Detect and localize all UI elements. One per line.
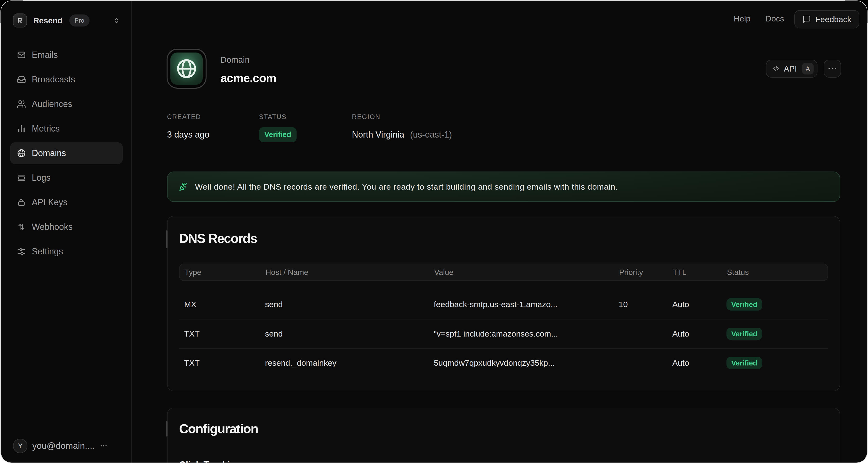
user-row[interactable]: Y you@domain.... <box>13 438 120 454</box>
resend-r-glyph <box>17 17 24 24</box>
mail-icon <box>17 50 26 59</box>
sidebar-item-api-keys[interactable]: API Keys <box>10 191 123 213</box>
col-type: Type <box>185 264 201 281</box>
cell-ttl: Auto <box>672 349 689 377</box>
arrows-up-down-icon <box>17 222 26 232</box>
cell-type: TXT <box>184 349 199 377</box>
col-ttl: TTL <box>673 264 686 281</box>
app-window: Resend Pro Emails <box>0 0 868 463</box>
globe-icon <box>17 149 26 158</box>
avatar: Y <box>13 439 27 453</box>
sidebar-nav: Emails Broadcasts Audiences <box>10 44 123 265</box>
logs-icon <box>17 173 26 182</box>
sidebar-item-audiences[interactable]: Audiences <box>10 93 123 115</box>
created-value: 3 days ago <box>167 129 209 140</box>
region-value: North Virginia(us-east-1) <box>352 129 452 140</box>
feedback-label: Feedback <box>815 15 851 24</box>
cell-host: send <box>265 319 283 348</box>
cell-value: 5uqmdw7qpxudkyvdonqzy35kp... <box>434 349 555 377</box>
sidebar-item-domains[interactable]: Domains <box>10 142 123 164</box>
col-priority: Priority <box>619 264 643 281</box>
sidebar-item-label: Audiences <box>32 99 72 109</box>
user-more-icon[interactable] <box>101 445 106 446</box>
success-banner: Well done! All the DNS records are verif… <box>167 172 840 202</box>
page-title: acme.com <box>220 71 276 85</box>
cell-ttl: Auto <box>672 290 689 319</box>
docs-link[interactable]: Docs <box>766 14 784 25</box>
org-name: Resend <box>33 16 63 25</box>
dot <box>105 445 106 446</box>
domain-kicker: Domain <box>220 55 250 64</box>
banner-message: Well done! All the DNS records are verif… <box>195 182 618 192</box>
user-email: you@domain.... <box>32 441 95 451</box>
dot <box>835 68 836 69</box>
dot <box>103 445 104 446</box>
sidebar-item-label: Settings <box>32 246 63 257</box>
message-square-icon <box>802 15 811 24</box>
cell-value: "v=spf1 include:amazonses.com... <box>434 319 558 348</box>
sidebar-item-label: Webhooks <box>32 222 72 232</box>
chevrons-up-down-icon[interactable] <box>112 16 121 26</box>
dns-records-card: DNS Records Type Host / Name Value Prior… <box>167 216 840 391</box>
api-button-label: API <box>784 64 797 74</box>
configuration-title: Configuration <box>179 421 258 436</box>
click-tracking-label: Click Tracking <box>179 460 241 463</box>
code-icon <box>772 65 780 72</box>
dns-row[interactable]: TXT resend._domainkey 5uqmdw7qpxudkyvdon… <box>179 348 828 377</box>
sidebar-item-label: Metrics <box>32 124 60 134</box>
domain-more-button[interactable] <box>824 60 841 78</box>
verified-badge: Verified <box>726 328 762 340</box>
region-code: (us-east-1) <box>410 129 452 140</box>
dns-card-title: DNS Records <box>179 231 257 246</box>
region-label: REGION <box>352 113 380 121</box>
dns-row[interactable]: MX send feedback-smtp.us-east-1.amazo...… <box>179 290 828 319</box>
cell-status: Verified <box>726 349 762 377</box>
sidebar-item-label: API Keys <box>32 197 67 207</box>
sidebar-item-label: Logs <box>32 173 51 183</box>
bar-chart-icon <box>17 124 26 133</box>
col-status: Status <box>727 264 749 281</box>
domain-icon-bg <box>170 53 203 85</box>
resend-logo <box>13 13 27 27</box>
status-badge: Verified <box>259 127 297 142</box>
status-label: STATUS <box>259 113 287 121</box>
feedback-button[interactable]: Feedback <box>794 10 859 28</box>
cell-priority: 10 <box>619 290 628 319</box>
sidebar-item-emails[interactable]: Emails <box>10 44 123 66</box>
verified-badge: Verified <box>726 298 762 311</box>
dns-row[interactable]: TXT send "v=spf1 include:amazonses.com..… <box>179 319 828 348</box>
created-label: CREATED <box>167 113 201 121</box>
sidebar-item-settings[interactable]: Settings <box>10 240 123 263</box>
dot <box>832 68 833 69</box>
cell-host: resend._domainkey <box>265 349 337 377</box>
api-shortcut-key: A <box>802 63 814 75</box>
sidebar-item-label: Broadcasts <box>32 75 75 85</box>
inbox-icon <box>17 75 26 84</box>
sidebar-item-broadcasts[interactable]: Broadcasts <box>10 68 123 91</box>
sidebar-item-label: Domains <box>32 148 66 158</box>
cell-type: TXT <box>184 319 199 348</box>
org-row[interactable]: Resend Pro <box>13 13 90 27</box>
col-host: Host / Name <box>266 264 308 281</box>
lock-icon <box>17 198 26 207</box>
dns-table-header: Type Host / Name Value Priority TTL Stat… <box>179 264 828 281</box>
help-link[interactable]: Help <box>734 14 750 25</box>
api-button[interactable]: API A <box>766 60 817 78</box>
sidebar-item-metrics[interactable]: Metrics <box>10 118 123 140</box>
dot <box>829 68 830 69</box>
screenshot: Resend Pro Emails <box>0 0 868 464</box>
domain-icon-tile <box>166 49 207 89</box>
cell-status: Verified <box>726 319 762 348</box>
cell-value: feedback-smtp.us-east-1.amazo... <box>434 290 557 319</box>
cell-status: Verified <box>726 290 762 319</box>
verified-badge: Verified <box>726 357 762 369</box>
sidebar-item-logs[interactable]: Logs <box>10 167 123 189</box>
sidebar-item-webhooks[interactable]: Webhooks <box>10 216 123 238</box>
cell-type: MX <box>184 290 196 319</box>
configuration-card: Configuration Click Tracking <box>167 408 840 463</box>
dns-card-edge-tick <box>166 230 167 248</box>
sliders-icon <box>17 247 26 256</box>
dot <box>101 445 102 446</box>
users-icon <box>17 99 26 109</box>
party-popper-icon <box>179 182 188 192</box>
